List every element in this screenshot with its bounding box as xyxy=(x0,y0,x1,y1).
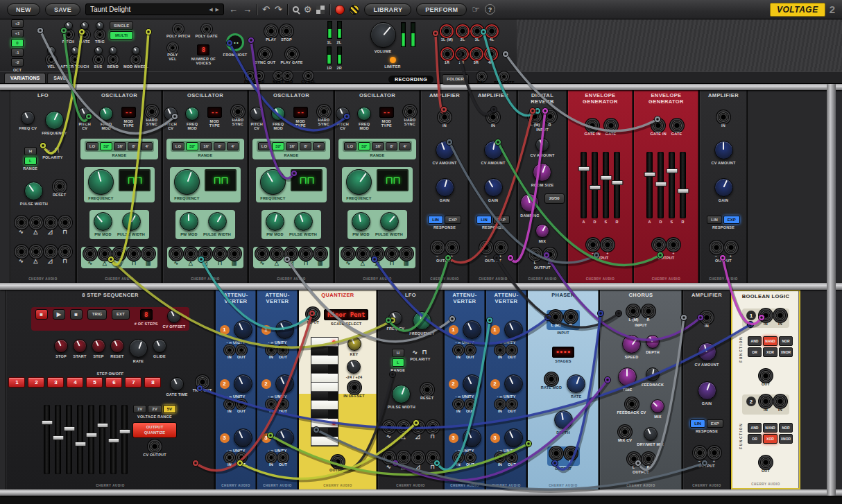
function-nor[interactable]: NOR xyxy=(779,423,793,433)
jack-3l[interactable] xyxy=(472,26,482,36)
sine-out-jack[interactable] xyxy=(17,218,26,227)
step-button-6[interactable]: 6 xyxy=(105,377,122,388)
knob-attenuverter[interactable] xyxy=(275,374,294,393)
key-white[interactable] xyxy=(311,356,338,365)
knob-feedback[interactable] xyxy=(646,367,660,381)
jack-in[interactable] xyxy=(268,401,275,408)
output-plus-jack[interactable] xyxy=(726,243,736,252)
slider-a[interactable] xyxy=(581,152,587,218)
library-button[interactable]: LIBRARY xyxy=(364,3,411,16)
jack-poly-vel[interactable] xyxy=(169,44,176,51)
slider-step-2[interactable] xyxy=(55,405,61,474)
sine-out-jack[interactable] xyxy=(384,422,394,432)
slider-handle[interactable] xyxy=(600,175,612,180)
output-quantize-button[interactable]: OUTPUT QUANTIZE xyxy=(132,422,177,437)
range-8[interactable]: 8' xyxy=(386,142,397,150)
jack-in[interactable] xyxy=(440,112,449,122)
help-button[interactable]: ? xyxy=(485,4,495,15)
knob-cv-amount[interactable] xyxy=(436,141,454,159)
range-32[interactable]: 32' xyxy=(186,142,198,150)
square-out-jack[interactable] xyxy=(215,249,225,259)
slider-s[interactable] xyxy=(603,152,609,218)
sine-inv-out-jack[interactable] xyxy=(17,247,26,257)
button-exp[interactable]: EXP xyxy=(723,216,740,224)
slider-r[interactable] xyxy=(680,152,686,218)
button-h[interactable]: H xyxy=(392,349,404,357)
knob-attenuverter[interactable] xyxy=(463,320,481,339)
knob-time[interactable] xyxy=(618,367,637,386)
button-2[interactable]: +2 xyxy=(11,19,24,28)
jack-r[interactable] xyxy=(644,454,653,464)
knob-attenuverter[interactable] xyxy=(504,428,523,447)
button-l[interactable]: L xyxy=(392,358,404,367)
tri-out-jack[interactable] xyxy=(31,218,41,227)
step-button-3[interactable]: 3 xyxy=(47,377,64,388)
knob-gain[interactable] xyxy=(714,178,733,197)
button-lin[interactable]: LIN xyxy=(707,216,722,224)
jack-1r[interactable] xyxy=(443,49,452,59)
jack-vel[interactable] xyxy=(48,56,55,63)
noise-out-jack[interactable] xyxy=(316,249,325,259)
tab-save[interactable]: SAVE xyxy=(47,73,73,83)
range-32[interactable]: 32' xyxy=(272,142,284,150)
knob-step[interactable] xyxy=(92,339,105,353)
function-or[interactable]: OR xyxy=(748,347,762,357)
range-lo[interactable]: LO xyxy=(86,142,98,150)
knob-pw-mod[interactable] xyxy=(266,212,284,231)
output-minus-jack[interactable] xyxy=(712,243,721,252)
knob-pw-mod[interactable] xyxy=(352,212,370,231)
slider-handle[interactable] xyxy=(655,182,667,186)
jack-4r[interactable] xyxy=(486,49,496,59)
jack-in[interactable] xyxy=(455,454,462,461)
jack-l-m[interactable] xyxy=(530,112,540,121)
save-button[interactable]: SAVE xyxy=(45,3,80,16)
function-nand[interactable]: NAND xyxy=(763,423,777,433)
jack-in[interactable] xyxy=(497,454,504,461)
tri-out-jack[interactable] xyxy=(399,422,409,432)
jack-mix-cv[interactable] xyxy=(620,427,630,437)
tri-out-jack[interactable] xyxy=(358,249,368,259)
jack-in[interactable] xyxy=(775,397,785,406)
slider-handle[interactable] xyxy=(578,166,590,171)
jack-gate-in[interactable] xyxy=(653,121,663,130)
knob-pitch-cv[interactable] xyxy=(78,107,92,121)
step-button-7[interactable]: 7 xyxy=(125,377,141,388)
slider-step-8[interactable] xyxy=(121,405,128,474)
knob-volume[interactable] xyxy=(370,22,396,48)
knob-gain[interactable] xyxy=(698,381,716,400)
jack-out[interactable] xyxy=(280,347,286,354)
knob-damping[interactable] xyxy=(520,193,539,212)
knob-pitch[interactable] xyxy=(65,21,73,30)
knob-attenuverter[interactable] xyxy=(275,428,294,447)
output-minus-jack[interactable] xyxy=(433,243,443,252)
tri-out-jack[interactable] xyxy=(272,249,282,259)
folder-button[interactable]: FOLDER xyxy=(442,74,469,85)
knob-attenuverter[interactable] xyxy=(234,320,252,339)
knob-pitch-cv[interactable] xyxy=(164,107,178,121)
jack-out[interactable] xyxy=(508,347,515,354)
jack-in[interactable] xyxy=(761,311,771,320)
jack-l-m[interactable] xyxy=(551,312,560,322)
slider-handle[interactable] xyxy=(644,172,655,177)
key-white[interactable] xyxy=(311,401,338,410)
saw-out-jack[interactable] xyxy=(286,249,296,259)
jack-in[interactable] xyxy=(226,347,233,354)
button-l[interactable]: L xyxy=(24,157,37,165)
sine-out-jack[interactable] xyxy=(171,249,181,259)
button-exp[interactable]: EXP xyxy=(493,216,510,224)
jack-in[interactable] xyxy=(702,313,712,322)
jack-out[interactable] xyxy=(280,454,286,461)
knob-frequency[interactable] xyxy=(45,111,64,130)
knob-mod-wheel[interactable] xyxy=(132,46,140,55)
knob-gate[interactable] xyxy=(80,21,89,30)
knob-pulse-width[interactable] xyxy=(208,212,227,231)
jack-gate[interactable] xyxy=(672,121,682,130)
button-single[interactable]: SINGLE xyxy=(110,21,133,30)
jack-output[interactable] xyxy=(333,457,343,467)
knob-gate-time[interactable] xyxy=(170,377,184,391)
key-white[interactable] xyxy=(311,419,338,428)
function-xor[interactable]: XOR xyxy=(763,347,777,357)
jack-l[interactable] xyxy=(531,250,540,259)
knob-rate[interactable] xyxy=(129,339,148,358)
square-inv-out-jack[interactable] xyxy=(428,453,438,462)
